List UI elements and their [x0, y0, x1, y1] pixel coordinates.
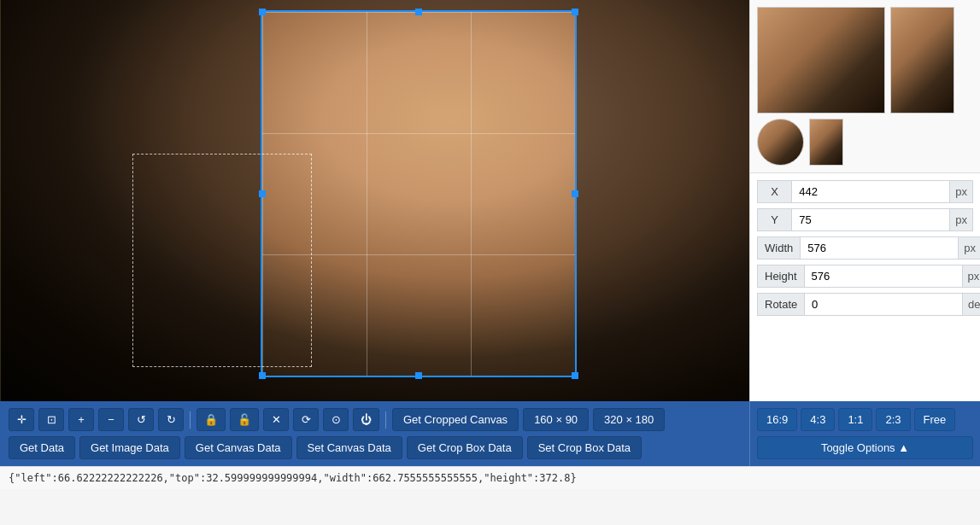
- y-unit: px: [950, 208, 973, 231]
- tool-refresh[interactable]: ⟳: [293, 408, 319, 431]
- tool-zoom-out[interactable]: −: [98, 408, 124, 431]
- cropper-section: [0, 0, 749, 401]
- preview-small-square: [809, 119, 843, 166]
- right-panel: X px Y px Width px Height: [749, 0, 980, 401]
- get-canvas-data-button[interactable]: Get Canvas Data: [185, 436, 292, 459]
- divider-2: [385, 411, 386, 429]
- preview-medium: [890, 7, 954, 114]
- ratio-free[interactable]: Free: [914, 408, 956, 431]
- field-row-y: Y px: [757, 208, 973, 231]
- rotate-label: Rotate: [757, 293, 804, 316]
- preview-area: [750, 0, 980, 173]
- bottom-section: ✛ ⊡ + − ↺ ↻ 🔒 🔓 ✕ ⟳ ⊙ ⏻ Get Cropped Canv…: [0, 401, 980, 466]
- toolbar-row-2: Get Data Get Image Data Get Canvas Data …: [9, 436, 741, 459]
- tool-clear[interactable]: ✕: [263, 408, 289, 431]
- handle-bottom-right[interactable]: [572, 372, 578, 379]
- rotate-input[interactable]: [804, 293, 963, 316]
- json-output-text: {"left":66.62222222222226,"top":32.59999…: [9, 472, 577, 484]
- x-input[interactable]: [791, 180, 950, 203]
- handle-middle-left[interactable]: [259, 190, 266, 197]
- get-image-data-button[interactable]: Get Image Data: [79, 436, 180, 459]
- ratio-row: 16:9 4:3 1:1 2:3 Free: [757, 408, 973, 431]
- size-320x180-button[interactable]: 320 × 180: [593, 408, 665, 431]
- width-unit: px: [959, 236, 980, 260]
- divider-1: [190, 411, 191, 429]
- toolbar-left: ✛ ⊡ + − ↺ ↻ 🔒 🔓 ✕ ⟳ ⊙ ⏻ Get Cropped Canv…: [0, 401, 749, 466]
- get-data-button[interactable]: Get Data: [9, 436, 75, 459]
- field-row-width: Width px: [757, 236, 973, 260]
- preview-small-circle: [757, 119, 804, 166]
- ratio-1-1[interactable]: 1:1: [838, 408, 872, 431]
- toggle-row: Toggle Options ▲: [757, 436, 973, 459]
- tool-image[interactable]: ⊙: [323, 408, 349, 431]
- ratio-4-3[interactable]: 4:3: [801, 408, 835, 431]
- handle-middle-right[interactable]: [572, 190, 578, 197]
- get-crop-box-data-button[interactable]: Get Crop Box Data: [407, 436, 523, 459]
- width-input[interactable]: [800, 236, 959, 260]
- toolbar-right: 16:9 4:3 1:1 2:3 Free Toggle Options ▲: [749, 401, 980, 466]
- toggle-options-button[interactable]: Toggle Options ▲: [757, 436, 973, 459]
- tool-unlock[interactable]: 🔓: [230, 408, 259, 431]
- x-label: X: [757, 180, 791, 203]
- width-label: Width: [757, 236, 800, 260]
- rotate-unit: deg: [963, 293, 980, 316]
- get-cropped-canvas-button[interactable]: Get Cropped Canvas: [392, 408, 519, 431]
- main-area: X px Y px Width px Height: [0, 0, 980, 401]
- tool-move[interactable]: ✛: [9, 408, 34, 431]
- app-container: X px Y px Width px Height: [0, 0, 980, 489]
- field-row-x: X px: [757, 180, 973, 203]
- preview-large: [757, 7, 885, 114]
- handle-top-middle[interactable]: [415, 9, 422, 15]
- height-label: Height: [757, 265, 804, 288]
- tool-rotate-right[interactable]: ↻: [158, 408, 184, 431]
- set-crop-box-data-button[interactable]: Set Crop Box Data: [527, 436, 642, 459]
- json-output-bar: {"left":66.62222222222226,"top":32.59999…: [0, 466, 980, 489]
- tool-zoom-in[interactable]: +: [68, 408, 94, 431]
- height-input[interactable]: [804, 265, 963, 288]
- height-unit: px: [963, 265, 980, 288]
- image-area[interactable]: [0, 0, 749, 401]
- tool-rotate-left[interactable]: ↺: [128, 408, 154, 431]
- field-row-height: Height px: [757, 265, 973, 288]
- tool-lock[interactable]: 🔒: [197, 408, 226, 431]
- tool-crop[interactable]: ⊡: [38, 408, 64, 431]
- set-canvas-data-button[interactable]: Set Canvas Data: [296, 436, 402, 459]
- ratio-2-3[interactable]: 2:3: [876, 408, 910, 431]
- handle-top-right[interactable]: [572, 9, 578, 15]
- ratio-16-9[interactable]: 16:9: [757, 408, 797, 431]
- handle-bottom-left[interactable]: [259, 372, 266, 379]
- handle-bottom-middle[interactable]: [415, 372, 422, 379]
- tool-power[interactable]: ⏻: [353, 408, 379, 431]
- handle-top-left[interactable]: [259, 9, 266, 15]
- y-label: Y: [757, 208, 791, 231]
- x-unit: px: [950, 180, 973, 203]
- y-input[interactable]: [791, 208, 950, 231]
- fields-area: X px Y px Width px Height: [750, 173, 980, 401]
- field-row-rotate: Rotate deg: [757, 293, 973, 316]
- size-160x90-button[interactable]: 160 × 90: [523, 408, 589, 431]
- toolbar-row-1: ✛ ⊡ + − ↺ ↻ 🔒 🔓 ✕ ⟳ ⊙ ⏻ Get Cropped Canv…: [9, 408, 741, 431]
- crop-overlay[interactable]: [261, 10, 577, 377]
